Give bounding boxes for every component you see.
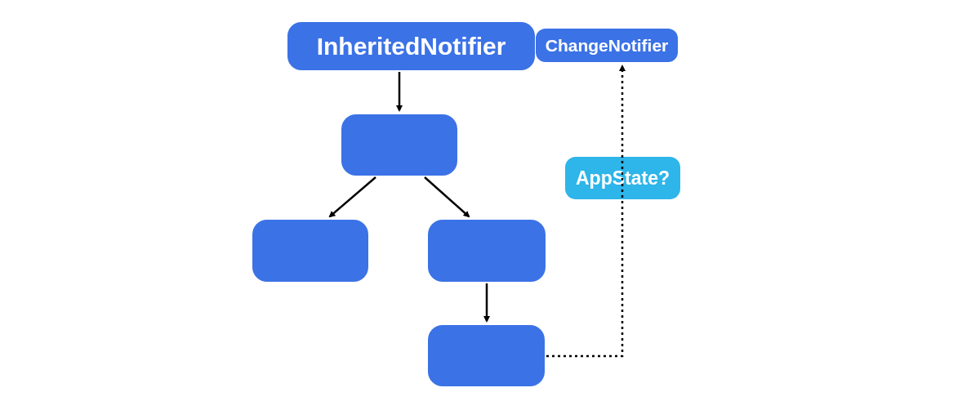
node-app-state: AppState? [565,157,680,199]
edge-a-to-c [425,177,469,216]
inherited-notifier-label: InheritedNotifier [317,33,506,60]
edge-d-to-changenotifier [546,66,622,356]
node-widget-a [341,114,457,176]
app-state-label: AppState? [576,167,670,189]
node-inherited-notifier: InheritedNotifier [287,22,535,70]
change-notifier-label: ChangeNotifier [546,36,669,56]
node-widget-c [428,220,546,282]
node-change-notifier: ChangeNotifier [536,29,678,62]
edge-a-to-b [330,177,376,216]
node-widget-d [428,325,545,386]
node-widget-b [252,220,368,282]
